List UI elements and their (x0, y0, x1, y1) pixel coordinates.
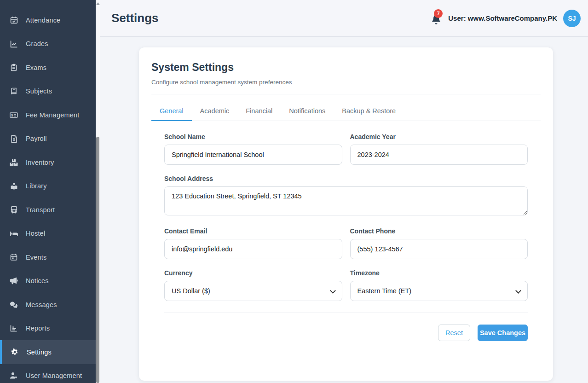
sidebar-item-hostel[interactable]: Hostel (0, 222, 96, 246)
sidebar-item-label: Library (26, 182, 47, 190)
settings-card: System Settings Configure school managem… (139, 47, 553, 381)
sidebar-item-label: Reports (26, 325, 50, 332)
sidebar-item-payroll[interactable]: $ Payroll (0, 127, 96, 151)
sidebar-item-subjects[interactable]: Subjects (0, 80, 96, 104)
timezone-label: Timezone (350, 269, 528, 277)
sidebar-item-events[interactable]: Events (0, 245, 96, 269)
currency-label: Currency (164, 269, 342, 277)
sidebar-item-label: Subjects (26, 87, 52, 95)
sidebar-item-label: Hostel (26, 230, 45, 237)
sidebar-item-exams[interactable]: Exams (0, 56, 96, 80)
book-icon (9, 87, 18, 96)
sidebar-item-label: Settings (27, 348, 52, 356)
bus-icon (9, 205, 18, 215)
user-label: User: www.SoftwareCompany.PK (448, 14, 557, 22)
sidebar-item-label: Exams (26, 64, 46, 71)
header-right-group: 7 User: www.SoftwareCompany.PK SJ (431, 10, 581, 27)
timezone-selected-value: Eastern Time (ET) (357, 287, 412, 295)
card-title: System Settings (151, 61, 541, 74)
notification-badge: 7 (434, 9, 443, 18)
money-check-icon: $ (9, 110, 18, 120)
card-subtitle: Configure school management system prefe… (151, 79, 541, 86)
school-address-field[interactable]: 123 Education Street, Springfield, ST 12… (164, 186, 528, 215)
timezone-select[interactable]: Eastern Time (ET) (350, 281, 528, 301)
chart-line-icon (9, 39, 18, 48)
sidebar-item-label: Payroll (26, 135, 47, 142)
school-name-label: School Name (164, 133, 342, 140)
reset-button[interactable]: Reset (438, 325, 470, 341)
sidebar-item-label: Events (26, 254, 47, 261)
sidebar-item-library[interactable]: Library (0, 174, 96, 198)
sidebar-item-user-management[interactable]: User Management (0, 364, 96, 383)
contact-phone-field[interactable] (350, 239, 528, 259)
currency-selected-value: US Dollar ($) (172, 287, 210, 295)
calendar-check-icon (9, 16, 18, 25)
academic-year-field[interactable] (350, 145, 528, 165)
chevron-down-icon (515, 288, 521, 294)
chevron-down-icon (330, 288, 336, 294)
sidebar-item-fee-management[interactable]: $ Fee Management (0, 103, 96, 127)
scrollbar-thumb[interactable] (96, 137, 99, 383)
sidebar-item-label: Grades (26, 40, 48, 47)
tab-academic[interactable]: Academic (192, 101, 238, 121)
sidebar-item-label: Messages (26, 301, 57, 308)
gear-icon (10, 348, 19, 357)
settings-tabs: General Academic Financial Notifications… (151, 101, 541, 121)
clipboard-icon (9, 63, 18, 72)
contact-email-label: Contact Email (164, 227, 342, 235)
avatar[interactable]: SJ (563, 10, 581, 27)
sidebar-item-notices[interactable]: Notices (0, 269, 96, 293)
page-title: Settings (111, 11, 159, 25)
sidebar-item-grades[interactable]: Grades (0, 32, 96, 56)
invoice-dollar-icon: $ (9, 134, 18, 143)
school-name-field[interactable] (164, 145, 342, 165)
sidebar-item-label: Fee Management (26, 111, 79, 119)
sidebar-item-inventory[interactable]: Inventory (0, 151, 96, 174)
bed-icon (9, 229, 18, 238)
user-gear-icon (9, 371, 18, 380)
bullhorn-icon (9, 276, 18, 285)
form-actions: Reset Save Changes (164, 325, 528, 341)
contact-email-field[interactable] (164, 239, 342, 259)
save-changes-button[interactable]: Save Changes (478, 325, 528, 341)
divider (164, 313, 528, 313)
book-reader-icon (9, 181, 18, 191)
tab-notifications[interactable]: Notifications (281, 101, 334, 121)
chart-bar-icon (9, 324, 18, 333)
sidebar-item-label: Notices (26, 277, 49, 284)
academic-year-label: Academic Year (350, 133, 528, 140)
notifications-button[interactable]: 7 (431, 12, 442, 24)
tab-general[interactable]: General (151, 101, 192, 121)
top-header: Settings 7 User: www.SoftwareCompany.PK … (100, 0, 588, 37)
currency-select[interactable]: US Dollar ($) (164, 281, 342, 301)
sidebar-item-label: Attendance (26, 17, 60, 24)
tab-backup-restore[interactable]: Backup & Restore (334, 101, 404, 121)
contact-phone-label: Contact Phone (350, 227, 528, 235)
sidebar-item-messages[interactable]: Messages (0, 293, 96, 317)
sidebar-item-label: User Management (26, 372, 82, 379)
sidebar: Attendance Grades Exams Subjects $ Fee M… (0, 0, 96, 383)
tab-financial[interactable]: Financial (237, 101, 281, 121)
main-content: Settings 7 User: www.SoftwareCompany.PK … (100, 0, 588, 383)
svg-text:$: $ (11, 113, 13, 117)
sidebar-item-attendance[interactable]: Attendance (0, 8, 96, 32)
general-settings-form: School Name Academic Year School Address… (164, 133, 528, 311)
sidebar-item-label: Inventory (26, 159, 54, 166)
sidebar-scrollbar[interactable] (96, 0, 100, 383)
sidebar-item-transport[interactable]: Transport (0, 198, 96, 222)
school-address-label: School Address (164, 175, 528, 182)
calendar-icon (9, 253, 18, 262)
sidebar-item-reports[interactable]: Reports (0, 317, 96, 341)
comments-icon (9, 300, 18, 309)
sidebar-item-settings[interactable]: Settings (0, 340, 96, 364)
sidebar-item-label: Transport (26, 206, 55, 214)
divider (151, 94, 541, 94)
boxes-icon (9, 158, 18, 167)
sidebar-nav: Attendance Grades Exams Subjects $ Fee M… (0, 0, 96, 383)
scrollbar-up-arrow-icon[interactable] (96, 2, 100, 5)
svg-text:$: $ (12, 137, 15, 142)
